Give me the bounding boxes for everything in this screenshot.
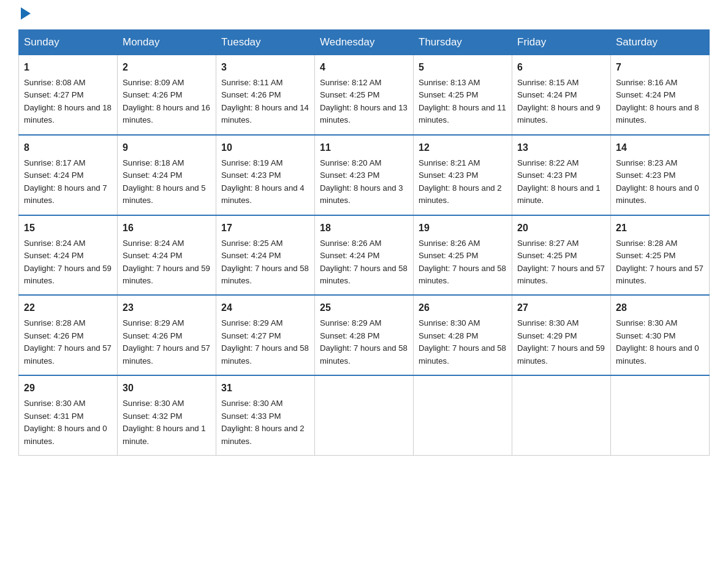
calendar-cell: 29Sunrise: 8:30 AMSunset: 4:31 PMDayligh… bbox=[19, 375, 118, 455]
cell-sun-info: Sunrise: 8:26 AMSunset: 4:24 PMDaylight:… bbox=[320, 237, 408, 288]
day-number: 31 bbox=[221, 381, 309, 396]
calendar-cell: 22Sunrise: 8:28 AMSunset: 4:26 PMDayligh… bbox=[19, 295, 118, 375]
cell-sun-info: Sunrise: 8:18 AMSunset: 4:24 PMDaylight:… bbox=[123, 157, 211, 207]
day-number: 21 bbox=[616, 221, 704, 236]
cell-sun-info: Sunrise: 8:16 AMSunset: 4:24 PMDaylight:… bbox=[616, 77, 704, 127]
day-number: 8 bbox=[24, 140, 112, 155]
calendar-week-row: 8Sunrise: 8:17 AMSunset: 4:24 PMDaylight… bbox=[19, 135, 710, 215]
day-number: 14 bbox=[616, 140, 704, 155]
calendar-cell: 24Sunrise: 8:29 AMSunset: 4:27 PMDayligh… bbox=[216, 295, 315, 375]
cell-sun-info: Sunrise: 8:29 AMSunset: 4:28 PMDaylight:… bbox=[320, 317, 408, 367]
header-sunday: Sunday bbox=[19, 30, 118, 55]
day-number: 28 bbox=[616, 301, 704, 315]
calendar-cell: 28Sunrise: 8:30 AMSunset: 4:30 PMDayligh… bbox=[611, 295, 710, 375]
cell-sun-info: Sunrise: 8:24 AMSunset: 4:24 PMDaylight:… bbox=[24, 237, 112, 288]
day-number: 29 bbox=[24, 381, 112, 396]
cell-sun-info: Sunrise: 8:30 AMSunset: 4:31 PMDaylight:… bbox=[24, 397, 112, 448]
calendar-cell: 30Sunrise: 8:30 AMSunset: 4:32 PMDayligh… bbox=[118, 375, 216, 455]
calendar-cell: 7Sunrise: 8:16 AMSunset: 4:24 PMDaylight… bbox=[611, 55, 710, 135]
day-number: 16 bbox=[123, 221, 211, 236]
cell-sun-info: Sunrise: 8:12 AMSunset: 4:25 PMDaylight:… bbox=[320, 77, 408, 127]
day-number: 7 bbox=[616, 60, 704, 75]
calendar-cell: 4Sunrise: 8:12 AMSunset: 4:25 PMDaylight… bbox=[315, 55, 414, 135]
cell-sun-info: Sunrise: 8:28 AMSunset: 4:25 PMDaylight:… bbox=[616, 237, 704, 288]
cell-sun-info: Sunrise: 8:28 AMSunset: 4:26 PMDaylight:… bbox=[24, 317, 112, 367]
cell-sun-info: Sunrise: 8:27 AMSunset: 4:25 PMDaylight:… bbox=[517, 237, 605, 288]
day-number: 1 bbox=[24, 60, 112, 75]
cell-sun-info: Sunrise: 8:15 AMSunset: 4:24 PMDaylight:… bbox=[517, 77, 605, 127]
cell-sun-info: Sunrise: 8:17 AMSunset: 4:24 PMDaylight:… bbox=[24, 157, 112, 207]
calendar-week-row: 29Sunrise: 8:30 AMSunset: 4:31 PMDayligh… bbox=[19, 375, 710, 455]
calendar-week-row: 15Sunrise: 8:24 AMSunset: 4:24 PMDayligh… bbox=[19, 215, 710, 296]
day-number: 4 bbox=[320, 60, 408, 75]
calendar-cell: 23Sunrise: 8:29 AMSunset: 4:26 PMDayligh… bbox=[118, 295, 216, 375]
calendar-cell: 17Sunrise: 8:25 AMSunset: 4:24 PMDayligh… bbox=[216, 215, 315, 296]
header-thursday: Thursday bbox=[414, 30, 512, 55]
day-number: 10 bbox=[221, 140, 309, 155]
cell-sun-info: Sunrise: 8:25 AMSunset: 4:24 PMDaylight:… bbox=[221, 237, 309, 288]
calendar-header-row: SundayMondayTuesdayWednesdayThursdayFrid… bbox=[19, 30, 710, 55]
day-number: 19 bbox=[419, 221, 507, 236]
cell-sun-info: Sunrise: 8:30 AMSunset: 4:32 PMDaylight:… bbox=[123, 397, 211, 448]
cell-sun-info: Sunrise: 8:24 AMSunset: 4:24 PMDaylight:… bbox=[123, 237, 211, 288]
calendar-cell: 26Sunrise: 8:30 AMSunset: 4:28 PMDayligh… bbox=[414, 295, 512, 375]
page-header bbox=[18, 12, 710, 17]
day-number: 12 bbox=[419, 140, 507, 155]
day-number: 26 bbox=[419, 301, 507, 315]
day-number: 9 bbox=[123, 140, 211, 155]
day-number: 17 bbox=[221, 221, 309, 236]
cell-sun-info: Sunrise: 8:21 AMSunset: 4:23 PMDaylight:… bbox=[419, 157, 507, 207]
calendar-cell: 27Sunrise: 8:30 AMSunset: 4:29 PMDayligh… bbox=[512, 295, 611, 375]
day-number: 27 bbox=[517, 301, 605, 315]
cell-sun-info: Sunrise: 8:30 AMSunset: 4:30 PMDaylight:… bbox=[616, 317, 704, 367]
calendar-cell: 9Sunrise: 8:18 AMSunset: 4:24 PMDaylight… bbox=[118, 135, 216, 215]
day-number: 23 bbox=[123, 301, 211, 315]
logo bbox=[18, 12, 31, 17]
calendar-cell: 31Sunrise: 8:30 AMSunset: 4:33 PMDayligh… bbox=[216, 375, 315, 455]
calendar-cell bbox=[315, 375, 414, 455]
calendar-cell: 20Sunrise: 8:27 AMSunset: 4:25 PMDayligh… bbox=[512, 215, 611, 296]
day-number: 24 bbox=[221, 301, 309, 315]
cell-sun-info: Sunrise: 8:11 AMSunset: 4:26 PMDaylight:… bbox=[221, 77, 309, 127]
calendar-cell bbox=[512, 375, 611, 455]
day-number: 30 bbox=[123, 381, 211, 396]
calendar-cell: 1Sunrise: 8:08 AMSunset: 4:27 PMDaylight… bbox=[19, 55, 118, 135]
calendar-week-row: 22Sunrise: 8:28 AMSunset: 4:26 PMDayligh… bbox=[19, 295, 710, 375]
cell-sun-info: Sunrise: 8:08 AMSunset: 4:27 PMDaylight:… bbox=[24, 77, 112, 127]
day-number: 15 bbox=[24, 221, 112, 236]
cell-sun-info: Sunrise: 8:30 AMSunset: 4:33 PMDaylight:… bbox=[221, 397, 309, 448]
cell-sun-info: Sunrise: 8:19 AMSunset: 4:23 PMDaylight:… bbox=[221, 157, 309, 207]
logo-block bbox=[18, 12, 31, 17]
cell-sun-info: Sunrise: 8:23 AMSunset: 4:23 PMDaylight:… bbox=[616, 157, 704, 207]
calendar-week-row: 1Sunrise: 8:08 AMSunset: 4:27 PMDaylight… bbox=[19, 55, 710, 135]
calendar-cell: 6Sunrise: 8:15 AMSunset: 4:24 PMDaylight… bbox=[512, 55, 611, 135]
calendar-cell: 25Sunrise: 8:29 AMSunset: 4:28 PMDayligh… bbox=[315, 295, 414, 375]
cell-sun-info: Sunrise: 8:22 AMSunset: 4:23 PMDaylight:… bbox=[517, 157, 605, 207]
cell-sun-info: Sunrise: 8:09 AMSunset: 4:26 PMDaylight:… bbox=[123, 77, 211, 127]
calendar-cell bbox=[611, 375, 710, 455]
calendar-cell: 14Sunrise: 8:23 AMSunset: 4:23 PMDayligh… bbox=[611, 135, 710, 215]
day-number: 13 bbox=[517, 140, 605, 155]
cell-sun-info: Sunrise: 8:20 AMSunset: 4:23 PMDaylight:… bbox=[320, 157, 408, 207]
day-number: 11 bbox=[320, 140, 408, 155]
calendar-cell bbox=[414, 375, 512, 455]
cell-sun-info: Sunrise: 8:13 AMSunset: 4:25 PMDaylight:… bbox=[419, 77, 507, 127]
calendar-cell: 11Sunrise: 8:20 AMSunset: 4:23 PMDayligh… bbox=[315, 135, 414, 215]
calendar-cell: 10Sunrise: 8:19 AMSunset: 4:23 PMDayligh… bbox=[216, 135, 315, 215]
header-monday: Monday bbox=[118, 30, 216, 55]
cell-sun-info: Sunrise: 8:30 AMSunset: 4:29 PMDaylight:… bbox=[517, 317, 605, 367]
header-friday: Friday bbox=[512, 30, 611, 55]
calendar-cell: 8Sunrise: 8:17 AMSunset: 4:24 PMDaylight… bbox=[19, 135, 118, 215]
day-number: 22 bbox=[24, 301, 112, 315]
calendar-table: SundayMondayTuesdayWednesdayThursdayFrid… bbox=[18, 29, 710, 456]
calendar-cell: 12Sunrise: 8:21 AMSunset: 4:23 PMDayligh… bbox=[414, 135, 512, 215]
header-tuesday: Tuesday bbox=[216, 30, 315, 55]
calendar-cell: 13Sunrise: 8:22 AMSunset: 4:23 PMDayligh… bbox=[512, 135, 611, 215]
logo-arrow-icon bbox=[21, 7, 31, 20]
cell-sun-info: Sunrise: 8:29 AMSunset: 4:26 PMDaylight:… bbox=[123, 317, 211, 367]
day-number: 2 bbox=[123, 60, 211, 75]
day-number: 25 bbox=[320, 301, 408, 315]
cell-sun-info: Sunrise: 8:26 AMSunset: 4:25 PMDaylight:… bbox=[419, 237, 507, 288]
header-wednesday: Wednesday bbox=[315, 30, 414, 55]
calendar-cell: 2Sunrise: 8:09 AMSunset: 4:26 PMDaylight… bbox=[118, 55, 216, 135]
